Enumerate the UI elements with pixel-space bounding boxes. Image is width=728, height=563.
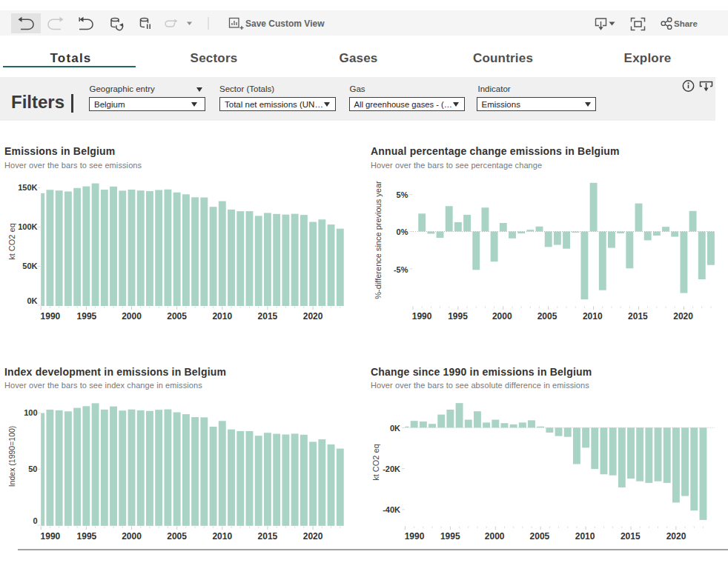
svg-text:0K: 0K — [390, 424, 400, 433]
svg-text:Hover over the bars to see abs: Hover over the bars to see absolute diff… — [371, 381, 589, 390]
svg-text:2015: 2015 — [628, 311, 648, 322]
svg-text:2005: 2005 — [167, 531, 187, 542]
svg-text:2005: 2005 — [530, 531, 550, 542]
svg-text:-5%: -5% — [394, 265, 408, 274]
svg-text:1990: 1990 — [405, 531, 425, 542]
svg-text:2010: 2010 — [575, 531, 595, 542]
svg-text:2000: 2000 — [492, 311, 512, 322]
svg-text:Hover over the bars to see per: Hover over the bars to see percentage ch… — [371, 161, 542, 170]
svg-text:1995: 1995 — [448, 311, 468, 322]
svg-text:2020: 2020 — [303, 531, 323, 542]
svg-text:150K: 150K — [18, 183, 37, 192]
svg-text:0K: 0K — [27, 296, 37, 305]
svg-text:1995: 1995 — [440, 531, 460, 542]
svg-text:1995: 1995 — [77, 531, 97, 542]
svg-text:0: 0 — [33, 516, 37, 525]
svg-text:2005: 2005 — [537, 311, 557, 322]
svg-text:50K: 50K — [22, 261, 37, 270]
svg-text:2015: 2015 — [621, 531, 641, 542]
svg-text:Change since 1990 in emissions: Change since 1990 in emissions in Belgiu… — [371, 366, 592, 378]
svg-text:1995: 1995 — [77, 311, 97, 322]
svg-text:2020: 2020 — [666, 531, 686, 542]
svg-text:2010: 2010 — [583, 311, 603, 322]
svg-text:Hover over the bars to see ind: Hover over the bars to see index change … — [4, 381, 202, 390]
svg-text:0%: 0% — [397, 227, 408, 236]
svg-text:kt CO2 eq: kt CO2 eq — [371, 444, 380, 481]
svg-text:Index development in emissions: Index development in emissions in Belgiu… — [4, 366, 226, 378]
svg-text:1990: 1990 — [41, 311, 61, 322]
svg-text:100: 100 — [24, 408, 37, 417]
svg-text:-40K: -40K — [383, 505, 400, 514]
svg-text:5%: 5% — [397, 190, 408, 199]
svg-text:Hover over the bars to see emi: Hover over the bars to see emissions — [4, 161, 142, 170]
svg-text:50: 50 — [28, 464, 37, 473]
svg-text:2000: 2000 — [485, 531, 505, 542]
svg-text:2000: 2000 — [122, 531, 142, 542]
svg-text:Index (1990=100): Index (1990=100) — [7, 426, 16, 487]
svg-text:-20K: -20K — [383, 464, 400, 473]
svg-text:100K: 100K — [18, 222, 37, 231]
svg-text:2015: 2015 — [258, 531, 278, 542]
svg-text:2010: 2010 — [212, 531, 232, 542]
svg-text:2015: 2015 — [258, 311, 278, 322]
svg-text:%-difference since previous ye: %-difference since previous year — [374, 181, 383, 299]
svg-text:2010: 2010 — [212, 311, 232, 322]
svg-text:Emissions in Belgium: Emissions in Belgium — [4, 145, 115, 157]
svg-text:2020: 2020 — [673, 311, 693, 322]
svg-text:2000: 2000 — [122, 311, 142, 322]
svg-text:1990: 1990 — [412, 311, 432, 322]
svg-text:Annual percentage change emiss: Annual percentage change emissions in Be… — [371, 145, 620, 157]
svg-text:2005: 2005 — [167, 311, 187, 322]
svg-text:kt CO2 eq: kt CO2 eq — [7, 223, 16, 260]
svg-text:1990: 1990 — [41, 531, 61, 542]
svg-text:2020: 2020 — [303, 311, 323, 322]
